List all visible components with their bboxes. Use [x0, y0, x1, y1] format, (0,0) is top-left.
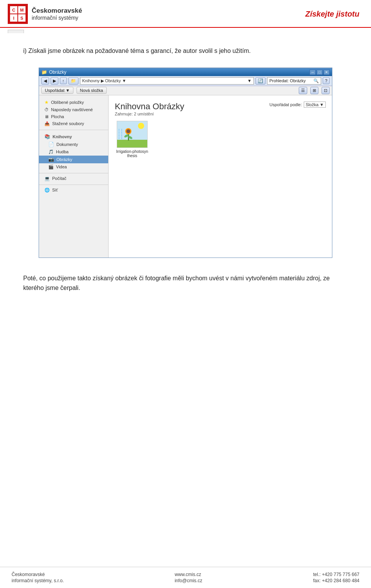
folder-item-irrigation[interactable]: Irrigation-photosynthesis [115, 121, 150, 158]
documents-icon: 📄 [48, 142, 54, 147]
minimize-button[interactable]: ─ [310, 69, 316, 75]
logo-text: Českomoravské informační systémy [32, 7, 82, 21]
company-sub: informační systémy [32, 15, 82, 21]
sidebar-item-naposledy[interactable]: ⏱ Naposledy navštívené [39, 106, 108, 113]
search-placeholder: Prohledat: Obrázky [269, 78, 306, 83]
sidebar-label-obrazky: Obrázky [56, 157, 72, 162]
sidebar-divider-2 [39, 173, 108, 173]
sort-dropdown[interactable]: Složka ▼ [304, 102, 326, 108]
logo-box: C M I S [8, 4, 28, 24]
back-button[interactable]: ◀ [41, 77, 49, 85]
download-icon: 📥 [44, 121, 50, 126]
sidebar-label-stazene: Stažené soubory [52, 121, 84, 126]
explorer-titlebar: 📁 Obrázky ─ □ ✕ [39, 68, 332, 76]
address-dropdown-icon[interactable]: ▼ [247, 78, 252, 83]
logo-cell-c: C [10, 6, 17, 14]
clock-icon: ⏱ [44, 107, 49, 112]
sort-value: Složka [306, 102, 318, 107]
explorer-window: 📁 Obrázky ─ □ ✕ ◀ ▶ ↑ 📁 Knihovny ▶ Obráz… [39, 68, 332, 258]
intro-text: i) Získali jsme obrázek na požadované té… [23, 46, 348, 56]
computer-icon: 💻 [44, 176, 50, 181]
forward-button[interactable]: ▶ [51, 77, 58, 85]
refresh-button[interactable]: 🔄 [255, 77, 265, 85]
sidebar-divider-3 [39, 185, 108, 185]
sidebar-item-plocha[interactable]: 🖥 Plocha [39, 113, 108, 120]
sidebar-item-hudba[interactable]: 🎵 Hudba [39, 148, 108, 156]
sort-label: Uspořádat podle: [269, 102, 302, 107]
sort-dropdown-arrow: ▼ [320, 102, 324, 107]
sidebar-item-stazene[interactable]: 📥 Stažené soubory [39, 120, 108, 127]
up-button[interactable]: ↑ [60, 77, 67, 84]
maximize-button[interactable]: □ [317, 69, 323, 75]
logo-area: C M I S Českomoravské informační systémy [8, 4, 82, 24]
footer-tel: tel.: +420 775 775 667 [313, 572, 359, 577]
folder-contents: Irrigation-photosynthesis [115, 121, 326, 158]
new-folder-button[interactable]: Nová složka [77, 87, 107, 94]
footer-company-sub: informační systémy, s.r.o. [12, 578, 64, 583]
star-icon: ★ [44, 100, 49, 105]
network-icon: 🌐 [44, 188, 50, 193]
computer-section: 💻 Počítač [39, 175, 108, 182]
organize-button[interactable]: Uspořádat ▼ [41, 87, 73, 94]
search-bar[interactable]: Prohledat: Obrázky 🔍 [267, 77, 321, 85]
sidebar-label-pocitac: Počítač [52, 176, 66, 181]
address-bar[interactable]: Knihovny ▶ Obrázky ▼ ▼ [80, 77, 254, 85]
help-button[interactable]: ? [323, 77, 330, 84]
sort-bar: Uspořádat podle: Složka ▼ [269, 102, 326, 108]
view-icons-button[interactable]: ⊡ [322, 87, 330, 94]
explorer-address-toolbar: ◀ ▶ ↑ 📁 Knihovny ▶ Obrázky ▼ ▼ 🔄 Prohled… [39, 76, 332, 86]
logo-cell-i: I [10, 14, 17, 22]
folder-title: Knihovna Obrázky [115, 102, 184, 112]
folder-title-area: Knihovna Obrázky Zahrnuje: 2 umístění [115, 102, 184, 116]
sidebar-item-videa[interactable]: 🎬 Videa [39, 163, 108, 171]
footer-company-name: Českomoravské [12, 572, 64, 577]
libraries-section: 📚 Knihovny 📄 Dokumenty 🎵 Hudba 📷 Obrázky [39, 132, 108, 171]
sidebar-label-naposledy: Naposledy navštívené [51, 107, 93, 112]
window-controls: ─ □ ✕ [310, 69, 330, 75]
video-icon: 🎬 [48, 164, 54, 169]
tab-item[interactable] [8, 30, 24, 33]
folder-count: Zahrnuje: 2 umístění [115, 112, 184, 116]
desktop-icon: 🖥 [44, 114, 49, 119]
view-list-button[interactable]: ☰ [299, 87, 307, 94]
sidebar-item-sit[interactable]: 🌐 Síť [39, 186, 108, 194]
sidebar-label-videa: Videa [56, 164, 67, 169]
explorer-main-pane: Knihovna Obrázky Zahrnuje: 2 umístění Us… [109, 95, 332, 258]
tagline: Získejte jistotu [305, 10, 359, 19]
sidebar-item-dokumenty[interactable]: 📄 Dokumenty [39, 141, 108, 148]
close-button[interactable]: ✕ [323, 69, 330, 75]
sidebar-label-dokumenty: Dokumenty [56, 142, 78, 147]
footer: Českomoravské informační systémy, s.r.o.… [0, 567, 371, 588]
folder-icon-btn[interactable]: 📁 [68, 77, 78, 85]
footer-col-1: Českomoravské informační systémy, s.r.o. [12, 572, 64, 583]
sidebar-item-obrazky[interactable]: 📷 Obrázky [39, 156, 108, 163]
sidebar-label-knihovny: Knihovny [53, 134, 72, 139]
company-name: Českomoravské [32, 7, 82, 15]
search-icon[interactable]: 🔍 [313, 78, 319, 83]
footer-col-3: tel.: +420 775 775 667 fax: +420 284 680… [313, 572, 359, 583]
footer-email: info@cmis.cz [175, 578, 203, 583]
logo-cell-m: M [18, 6, 26, 14]
main-content: i) Získali jsme obrázek na požadované té… [0, 34, 371, 305]
explorer-sidebar: ★ Oblíbené položky ⏱ Naposledy navštíven… [39, 95, 109, 258]
tab-bar [0, 28, 371, 34]
view-tiles-button[interactable]: ⊞ [310, 87, 318, 94]
svg-point-2 [138, 123, 144, 129]
bottom-text: Poté, co použijeme takto získaný obrázek… [23, 273, 348, 293]
music-icon: 🎵 [48, 149, 54, 154]
sidebar-label-hudba: Hudba [56, 149, 68, 154]
svg-point-5 [126, 129, 130, 133]
footer-col-2: www.cmis.cz info@cmis.cz [175, 572, 203, 583]
sidebar-item-knihovny[interactable]: 📚 Knihovny [39, 132, 108, 141]
explorer-body: ★ Oblíbené položky ⏱ Naposledy navštíven… [39, 95, 332, 258]
sidebar-item-pocitac[interactable]: 💻 Počítač [39, 175, 108, 182]
thumbnail-svg [117, 121, 147, 147]
pictures-icon: 📷 [48, 157, 54, 162]
address-path: Knihovny ▶ Obrázky ▼ [82, 78, 126, 83]
sidebar-label-oblibene: Oblíbené položky [51, 100, 84, 105]
explorer-menu: Uspořádat ▼ Nová složka ☰ ⊞ ⊡ [39, 86, 332, 95]
network-section: 🌐 Síť [39, 186, 108, 194]
window-folder-icon: 📁 [41, 69, 47, 75]
favorites-section: ★ Oblíbené položky ⏱ Naposledy navštíven… [39, 98, 108, 127]
sidebar-item-oblibene[interactable]: ★ Oblíbené položky [39, 98, 108, 106]
